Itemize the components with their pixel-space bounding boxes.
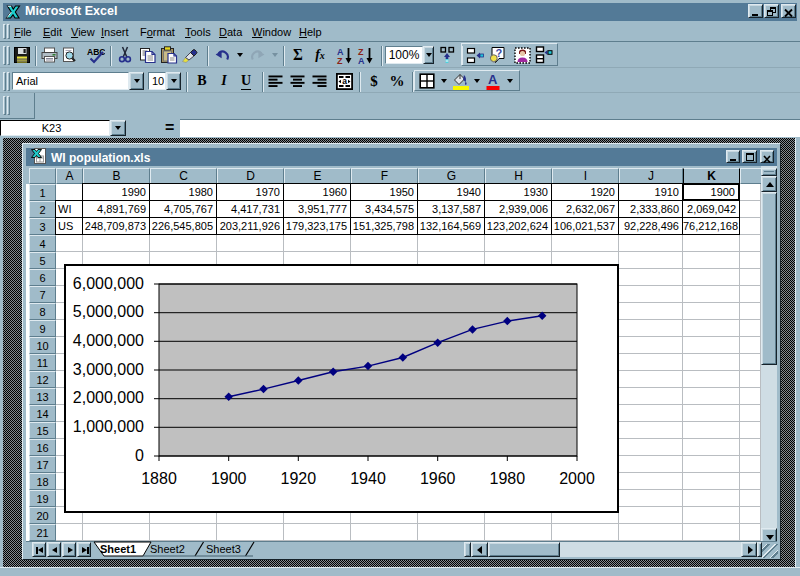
svg-text:1960: 1960 [420,470,456,487]
svg-text:1920: 1920 [281,470,317,487]
svg-text:1980: 1980 [490,470,526,487]
svg-text:Z: Z [337,55,343,65]
svg-text:1900: 1900 [211,470,247,487]
svg-text:6,000,000: 6,000,000 [73,275,144,292]
svg-text:Sheet2: Sheet2 [150,543,185,555]
svg-text:3,000,000: 3,000,000 [73,361,144,378]
svg-text:1940: 1940 [350,470,386,487]
svg-text:5,000,000: 5,000,000 [73,303,144,320]
svg-text:2,000,000: 2,000,000 [73,389,144,406]
svg-text:Sheet3: Sheet3 [206,543,241,555]
svg-text:A: A [358,55,365,65]
svg-text:1,000,000: 1,000,000 [73,418,144,435]
svg-text:0: 0 [135,447,144,464]
svg-text:Sheet1: Sheet1 [100,543,136,555]
svg-text:1880: 1880 [141,470,177,487]
svg-text:2000: 2000 [559,470,595,487]
svg-text:a: a [342,75,347,85]
svg-text:4,000,000: 4,000,000 [73,332,144,349]
